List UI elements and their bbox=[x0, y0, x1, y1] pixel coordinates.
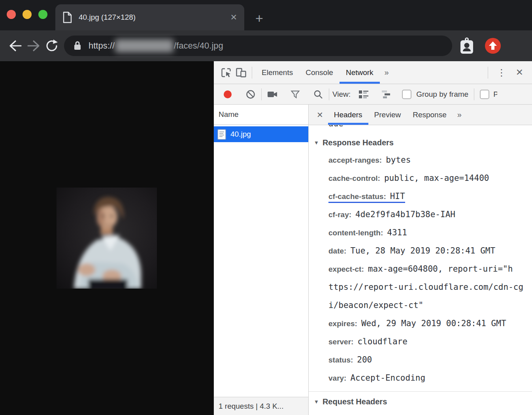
forward-button[interactable] bbox=[25, 37, 43, 55]
address-bar[interactable]: https:// /faces/40.jpg bbox=[64, 36, 452, 56]
devtools-menu-icon[interactable]: ⋮ bbox=[491, 68, 512, 77]
detail-tab-headers[interactable]: Headers bbox=[328, 105, 368, 125]
divider bbox=[261, 88, 262, 100]
page-viewport bbox=[0, 61, 213, 415]
header-row: :authority:serve-assets-workers-toolin-t bbox=[309, 410, 532, 415]
header-row: status:200 bbox=[309, 351, 532, 369]
request-rows-view-icon[interactable] bbox=[356, 87, 371, 102]
header-row: accept-ranges:bytes bbox=[309, 151, 532, 169]
clear-network-log-icon[interactable] bbox=[243, 87, 258, 102]
detail-tab-preview[interactable]: Preview bbox=[368, 105, 407, 125]
header-value: Wed, 29 May 2019 00:28:41 GMT bbox=[361, 319, 506, 328]
close-window-button[interactable] bbox=[7, 10, 16, 19]
network-body: Name 40.jpg 1 requests | 4.3 K... ✕ bbox=[214, 105, 532, 415]
page-favicon-icon bbox=[62, 11, 72, 23]
divider bbox=[309, 391, 532, 392]
header-name: expect-ct: bbox=[328, 265, 364, 273]
header-value: max-age=604800, report-uri="h bbox=[368, 264, 513, 274]
collapse-arrow-icon: ▼ bbox=[314, 399, 319, 405]
devtools-tab-elements[interactable]: Elements bbox=[255, 61, 299, 84]
request-headers-title: Request Headers bbox=[323, 397, 387, 406]
search-icon[interactable] bbox=[311, 87, 326, 102]
header-name: vary: bbox=[328, 374, 346, 382]
device-toolbar-icon[interactable] bbox=[234, 65, 249, 80]
request-file-name: 40.jpg bbox=[230, 130, 251, 139]
divider bbox=[252, 67, 252, 79]
network-toolbar: View: Group by frame P bbox=[214, 84, 532, 105]
header-value: cloudflare bbox=[357, 337, 407, 346]
group-by-frame-checkbox[interactable] bbox=[402, 90, 411, 99]
header-name: status: bbox=[328, 356, 353, 364]
scrolled-clipped-line: ade bbox=[309, 125, 532, 130]
response-headers-section-toggle[interactable]: ▼ Response Headers bbox=[314, 138, 532, 147]
header-value: bytes bbox=[386, 155, 411, 165]
devtools-tab-console[interactable]: Console bbox=[299, 61, 340, 84]
detail-tab-response[interactable]: Response bbox=[407, 105, 453, 125]
preserve-log-checkbox[interactable] bbox=[480, 90, 489, 99]
header-name: cf-cache-status: bbox=[328, 192, 386, 201]
record-network-log-icon[interactable] bbox=[220, 87, 235, 102]
devtools-tabbar: ElementsConsoleNetwork » ⋮ ✕ bbox=[214, 61, 532, 84]
close-detail-icon[interactable]: ✕ bbox=[312, 110, 328, 120]
header-row: cf-cache-status:HIT bbox=[309, 188, 532, 206]
devtools-close-icon[interactable]: ✕ bbox=[512, 67, 527, 78]
inspect-element-icon[interactable] bbox=[219, 65, 234, 80]
group-by-frame-label: Group by frame bbox=[416, 90, 468, 99]
url-path: /faces/40.jpg bbox=[174, 41, 223, 51]
capture-screenshots-icon[interactable] bbox=[265, 87, 280, 102]
header-value: 4311 bbox=[387, 228, 407, 237]
request-headers-list: :authority:serve-assets-workers-toolin-t bbox=[309, 410, 532, 415]
tab-close-icon[interactable]: ✕ bbox=[230, 13, 237, 22]
profile-avatar-icon[interactable] bbox=[459, 37, 474, 54]
header-value: 4de2f9fa4b17b38e-IAH bbox=[355, 210, 455, 219]
zoom-window-button[interactable] bbox=[38, 10, 47, 19]
request-headers-section-toggle[interactable]: ▼ Request Headers bbox=[314, 397, 532, 406]
headers-content: ade ▼ Response Headers accept-ranges:byt… bbox=[309, 125, 532, 415]
header-value-continuation: i/beacon/expect-ct" bbox=[309, 297, 532, 315]
header-row: content-length:4311 bbox=[309, 224, 532, 242]
request-row[interactable]: 40.jpg bbox=[214, 126, 308, 142]
header-name: server: bbox=[328, 338, 353, 346]
waterfall-view-icon[interactable] bbox=[379, 87, 394, 102]
name-column-header[interactable]: Name bbox=[214, 105, 308, 125]
header-row: expect-ct:max-age=604800, report-uri="h bbox=[309, 260, 532, 278]
devtools-controls: ⋮ ✕ bbox=[485, 61, 527, 84]
requests-summary: 1 requests | 4.3 K... bbox=[214, 397, 308, 415]
new-tab-button[interactable]: + bbox=[255, 11, 263, 25]
url-redacted-domain bbox=[115, 39, 174, 53]
header-name: cache-control: bbox=[328, 174, 380, 182]
minimize-window-button[interactable] bbox=[23, 10, 32, 19]
header-value: 200 bbox=[357, 355, 372, 364]
file-icon bbox=[217, 129, 226, 140]
view-label: View: bbox=[332, 90, 351, 99]
devtools-tabs: ElementsConsoleNetwork bbox=[255, 61, 380, 84]
more-tabs-icon[interactable]: » bbox=[380, 61, 394, 84]
header-value: HIT bbox=[390, 192, 405, 201]
header-name: content-length: bbox=[328, 229, 383, 237]
clipped-checkbox-label: P bbox=[493, 90, 497, 98]
reload-button[interactable] bbox=[43, 37, 61, 55]
devtools-tab-network[interactable]: Network bbox=[340, 61, 380, 84]
back-button[interactable] bbox=[6, 37, 25, 55]
header-name: date: bbox=[328, 247, 346, 255]
divider bbox=[474, 88, 474, 100]
tab-strip: 40.jpg (127×128) ✕ + bbox=[0, 0, 532, 30]
window-controls bbox=[0, 10, 47, 19]
header-row: cache-control:public, max-age=14400 bbox=[309, 169, 532, 188]
header-name: expires: bbox=[328, 319, 357, 328]
detail-more-tabs-icon[interactable]: » bbox=[453, 105, 466, 125]
lock-icon bbox=[73, 40, 82, 52]
main-area: ElementsConsoleNetwork » ⋮ ✕ bbox=[0, 61, 532, 415]
response-headers-title: Response Headers bbox=[323, 138, 394, 147]
browser-toolbar: https:// /faces/40.jpg bbox=[0, 30, 532, 61]
url-scheme: https:// bbox=[89, 41, 115, 51]
collapse-arrow-icon: ▼ bbox=[314, 140, 319, 146]
devtools-panel: ElementsConsoleNetwork » ⋮ ✕ bbox=[213, 61, 532, 415]
header-value-continuation: ttps://report-uri.cloudflare.com/cdn-cg bbox=[309, 278, 532, 297]
browser-tab[interactable]: 40.jpg (127×128) ✕ bbox=[55, 4, 244, 30]
portrait-photo bbox=[57, 188, 157, 289]
divider bbox=[329, 88, 329, 100]
filter-icon[interactable] bbox=[288, 87, 303, 102]
extension-upload-icon[interactable] bbox=[485, 38, 501, 54]
header-row: server:cloudflare bbox=[309, 333, 532, 351]
